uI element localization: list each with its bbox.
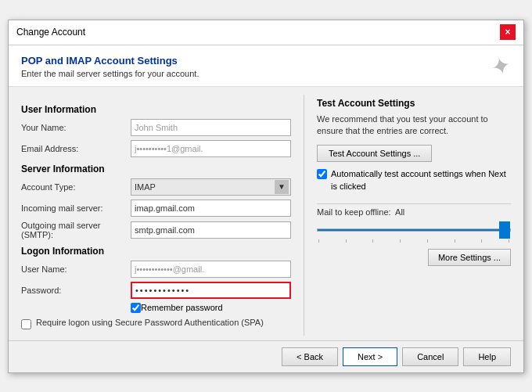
tick-7 <box>481 239 482 243</box>
incoming-label: Incoming mail server: <box>21 203 131 213</box>
account-type-label: Account Type: <box>21 182 131 192</box>
offline-slider-container <box>317 221 511 239</box>
spa-label[interactable]: Require logon using Secure Password Auth… <box>36 318 264 327</box>
offline-label-text: Mail to keep offline: <box>317 207 391 217</box>
header-title: POP and IMAP Account Settings <box>21 55 199 67</box>
cursor-icon: ✦ <box>489 52 514 80</box>
password-input[interactable] <box>131 282 291 299</box>
spa-checkbox[interactable] <box>21 319 31 329</box>
outgoing-label: Outgoing mail server (SMTP): <box>21 221 131 239</box>
left-panel: User Information Your Name: Email Addres… <box>9 95 304 336</box>
title-bar: Change Account × <box>9 20 523 45</box>
account-type-row: Account Type: IMAP ▼ <box>21 178 291 196</box>
tick-marks <box>317 239 511 243</box>
offline-label: Mail to keep offline: All <box>317 207 511 217</box>
incoming-server-row: Incoming mail server: <box>21 200 291 217</box>
test-account-settings-button[interactable]: Test Account Settings ... <box>317 145 432 162</box>
footer: < Back Next > Cancel Help <box>9 340 523 372</box>
tick-5 <box>427 239 428 243</box>
remember-label[interactable]: Remember password <box>141 303 223 312</box>
email-row: Email Address: <box>21 140 291 157</box>
incoming-server-input[interactable] <box>131 200 291 217</box>
username-label: User Name: <box>21 264 131 274</box>
divider <box>317 203 511 204</box>
dropdown-arrow-icon: ▼ <box>275 180 289 194</box>
offline-section: Mail to keep offline: All <box>317 207 511 243</box>
outgoing-server-row: Outgoing mail server (SMTP): <box>21 221 291 239</box>
account-type-select[interactable]: IMAP ▼ <box>131 178 291 196</box>
email-label: Email Address: <box>21 144 131 153</box>
remember-checkbox[interactable] <box>131 303 141 313</box>
right-panel: Test Account Settings We recommend that … <box>304 95 523 336</box>
remember-row: Remember password <box>131 303 291 313</box>
slider-fill <box>318 229 510 231</box>
cancel-button[interactable]: Cancel <box>402 347 458 366</box>
your-name-row: Your Name: <box>21 119 291 136</box>
server-info-title: Server Information <box>21 164 291 174</box>
header-subtitle: Enter the mail server settings for your … <box>21 69 199 78</box>
auto-test-row: Automatically test account settings when… <box>317 168 511 192</box>
header-text: POP and IMAP Account Settings Enter the … <box>21 55 199 78</box>
more-settings-button[interactable]: More Settings ... <box>428 249 511 266</box>
password-label: Password: <box>21 286 131 295</box>
back-button[interactable]: < Back <box>282 347 338 366</box>
your-name-label: Your Name: <box>21 123 131 132</box>
tick-4 <box>400 239 401 243</box>
account-type-value: IMAP <box>135 182 156 192</box>
tick-8 <box>509 239 509 243</box>
auto-test-label[interactable]: Automatically test account settings when… <box>331 168 511 192</box>
change-account-dialog: Change Account × POP and IMAP Account Se… <box>8 20 524 373</box>
spa-row: Require logon using Secure Password Auth… <box>21 318 291 329</box>
user-info-title: User Information <box>21 104 291 115</box>
close-button[interactable]: × <box>500 24 516 40</box>
offline-value: All <box>395 207 404 217</box>
right-description: We recommend that you test your account … <box>317 113 511 138</box>
your-name-input[interactable] <box>131 119 291 136</box>
username-input[interactable] <box>131 261 291 278</box>
tick-1 <box>318 239 319 243</box>
logon-info-title: Logon Information <box>21 246 291 257</box>
outgoing-server-input[interactable] <box>131 221 291 239</box>
password-row: Password: <box>21 282 291 299</box>
next-button[interactable]: Next > <box>343 347 397 366</box>
right-title: Test Account Settings <box>317 98 511 109</box>
slider-thumb[interactable] <box>499 221 510 239</box>
help-button[interactable]: Help <box>463 347 511 366</box>
content-area: User Information Your Name: Email Addres… <box>9 87 523 336</box>
auto-test-checkbox[interactable] <box>317 169 327 179</box>
email-input[interactable] <box>131 140 291 157</box>
username-row: User Name: <box>21 261 291 278</box>
dialog-title: Change Account <box>16 27 85 38</box>
slider-track <box>317 228 511 232</box>
tick-6 <box>455 239 455 243</box>
tick-2 <box>346 239 347 243</box>
tick-3 <box>372 239 373 243</box>
header-section: POP and IMAP Account Settings Enter the … <box>9 45 523 87</box>
